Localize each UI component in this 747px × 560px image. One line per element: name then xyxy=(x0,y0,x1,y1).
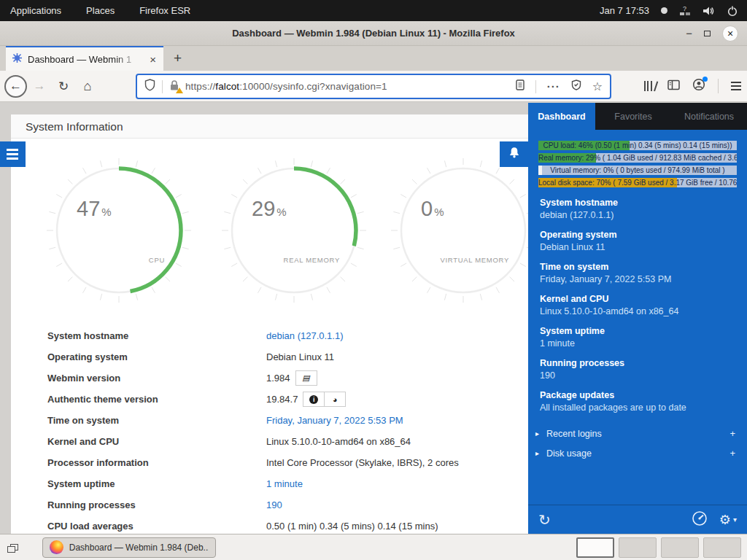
sidebar-section: Running processes190 xyxy=(540,358,735,381)
palette-button[interactable]: ◕ xyxy=(324,392,346,407)
workspace-2[interactable] xyxy=(619,537,657,558)
sidebar-tabs: Dashboard Favorites Notifications xyxy=(528,103,747,130)
webmin-right-sidebar: Dashboard Favorites Notifications CPU lo… xyxy=(528,103,747,534)
minimize-button[interactable]: − xyxy=(686,30,692,37)
section-label: Kernel and CPU xyxy=(540,294,735,304)
firefox-menu-icon[interactable] xyxy=(731,82,741,90)
menu-applications[interactable]: Applications xyxy=(10,5,61,16)
sidebar-section: System uptime1 minute xyxy=(540,326,735,349)
tracking-shield-icon[interactable] xyxy=(137,79,162,94)
section-value: Debian Linux 11 xyxy=(540,242,735,252)
expander-disk-usage[interactable]: ▸Disk usage+ xyxy=(535,443,735,463)
section-label: System hostname xyxy=(540,198,735,208)
account-icon[interactable] xyxy=(692,78,705,94)
close-button[interactable]: × xyxy=(722,26,738,42)
table-row: Operating systemDebian Linux 11 xyxy=(22,346,539,368)
row-value-link[interactable]: debian (127.0.1.1) xyxy=(266,330,344,341)
table-row: Time on systemFriday, January 7, 2022 5:… xyxy=(22,410,539,431)
maximize-button[interactable] xyxy=(704,31,711,36)
page-actions-icon[interactable]: ··· xyxy=(547,80,560,93)
gauge-virtual-memory: 0%VIRTUAL MEMORY xyxy=(387,155,539,306)
section-label: Package updates xyxy=(540,390,735,400)
meter-label: Real memory: 29% ( 1.04 GiB used / 912.8… xyxy=(538,153,737,163)
bookmark-star-icon[interactable]: ☆ xyxy=(592,79,603,93)
reload-button[interactable]: ↻ xyxy=(52,79,75,94)
table-row: System hostnamedebian (127.0.1.1) xyxy=(22,325,539,346)
row-label: Authentic theme version xyxy=(22,394,266,405)
row-value-text: 190 xyxy=(266,499,282,510)
window-list-button[interactable] xyxy=(4,538,23,557)
value-buttons: i◕ xyxy=(303,392,346,407)
table-row: Webmin version1.984▤ xyxy=(22,368,539,389)
network-icon[interactable]: ? xyxy=(679,5,691,17)
section-value: All installed packages are up to date xyxy=(540,402,735,413)
expand-plus-icon[interactable]: + xyxy=(729,448,735,459)
refresh-icon[interactable]: ↻ xyxy=(538,513,551,527)
workspace-4[interactable] xyxy=(703,537,741,558)
row-value: Debian Linux 11 xyxy=(266,351,334,362)
tab-close-icon[interactable]: × xyxy=(148,53,158,66)
url-bar[interactable]: https://falcot:10000/sysinfo.cgi?xnaviga… xyxy=(136,74,611,99)
sidebar-section: Kernel and CPULinux 5.10.0-10-amd64 on x… xyxy=(540,294,735,316)
home-button[interactable]: ⌂ xyxy=(75,79,100,94)
table-row: CPU load averages0.50 (1 min) 0.34 (5 mi… xyxy=(22,516,539,534)
settings-gear-button[interactable]: ⚙ ▾ xyxy=(719,512,737,528)
package-button[interactable]: ▤ xyxy=(295,370,317,386)
lock-warning-icon[interactable] xyxy=(163,79,185,94)
window-titlebar[interactable]: Dashboard — Webmin 1.984 (Debian Linux 1… xyxy=(0,21,747,46)
chevron-down-icon: ▾ xyxy=(733,516,737,524)
bottom-taskbar: Dashboard — Webmin 1.984 (Deb... xyxy=(0,534,747,560)
back-button[interactable]: ← xyxy=(4,75,27,98)
gnome-top-bar: Applications Places Firefox ESR Jan 7 17… xyxy=(0,0,747,21)
library-icon[interactable] xyxy=(644,81,656,91)
workspace-3[interactable] xyxy=(661,537,699,558)
gnome-menus: Applications Places Firefox ESR xyxy=(0,5,190,16)
sidebar-hamburger-button[interactable] xyxy=(0,141,26,167)
menu-places[interactable]: Places xyxy=(86,5,115,16)
tab-sidebar-dashboard[interactable]: Dashboard xyxy=(528,103,595,130)
power-icon[interactable] xyxy=(727,5,738,17)
row-value-text: 19.84.7 xyxy=(266,394,298,405)
pocket-icon[interactable] xyxy=(571,79,581,93)
tab-title: Dashboard — Webmin 1 xyxy=(28,54,143,65)
taskbar-firefox-button[interactable]: Dashboard — Webmin 1.984 (Deb... xyxy=(42,537,216,558)
speedometer-icon[interactable] xyxy=(692,510,708,529)
tab-sidebar-notifications[interactable]: Notifications xyxy=(671,103,747,130)
table-row: Kernel and CPULinux 5.10.0-10-amd64 on x… xyxy=(22,431,539,452)
workspace-1[interactable] xyxy=(576,537,614,558)
notifications-bell-button[interactable] xyxy=(500,141,528,167)
section-value: Linux 5.10.0-10-amd64 on x86_64 xyxy=(540,306,735,316)
sidebar-toggle-icon[interactable] xyxy=(667,79,680,93)
tab-sidebar-favorites[interactable]: Favorites xyxy=(595,103,671,130)
tab-dashboard[interactable]: Dashboard — Webmin 1 × xyxy=(6,46,163,71)
new-tab-button[interactable]: + xyxy=(174,50,182,66)
meter-label: Local disk space: 70% ( 7.59 GiB used / … xyxy=(538,178,737,187)
section-label: System uptime xyxy=(540,326,735,336)
row-label: Kernel and CPU xyxy=(22,436,266,447)
workspace-switcher xyxy=(576,537,741,558)
row-value: Linux 5.10.0-10-amd64 on x86_64 xyxy=(266,436,411,447)
clock[interactable]: Jan 7 17:53 xyxy=(600,5,649,16)
row-value-text: 1.984 xyxy=(266,373,290,384)
record-indicator-icon xyxy=(661,7,667,14)
forward-button[interactable]: → xyxy=(27,79,52,93)
row-value-text: Linux 5.10.0-10-amd64 on x86_64 xyxy=(266,436,411,447)
row-value-link[interactable]: Friday, January 7, 2022 5:53 PM xyxy=(266,415,403,426)
reader-mode-icon[interactable] xyxy=(516,79,525,93)
section-label: Time on system xyxy=(540,262,735,272)
sidebar-section: Time on systemFriday, January 7, 2022 5:… xyxy=(540,262,735,284)
row-value-link[interactable]: 190 xyxy=(266,499,282,510)
row-label: CPU load averages xyxy=(22,521,266,532)
volume-icon[interactable] xyxy=(703,5,715,17)
row-value: 19.84.7i◕ xyxy=(266,392,346,407)
sidebar-section: Operating systemDebian Linux 11 xyxy=(540,230,735,252)
expander-recent-logins[interactable]: ▸Recent logins+ xyxy=(535,424,735,443)
menu-firefox-esr[interactable]: Firefox ESR xyxy=(139,5,190,16)
section-value: 190 xyxy=(540,370,735,381)
row-value: 1.984▤ xyxy=(266,370,317,386)
info-button[interactable]: i xyxy=(303,392,325,407)
expand-plus-icon[interactable]: + xyxy=(729,428,735,439)
chevron-right-icon: ▸ xyxy=(535,429,539,438)
sidebar-footer: ↻ ⚙ ▾ xyxy=(528,505,747,534)
row-value-link[interactable]: 1 minute xyxy=(266,478,303,489)
